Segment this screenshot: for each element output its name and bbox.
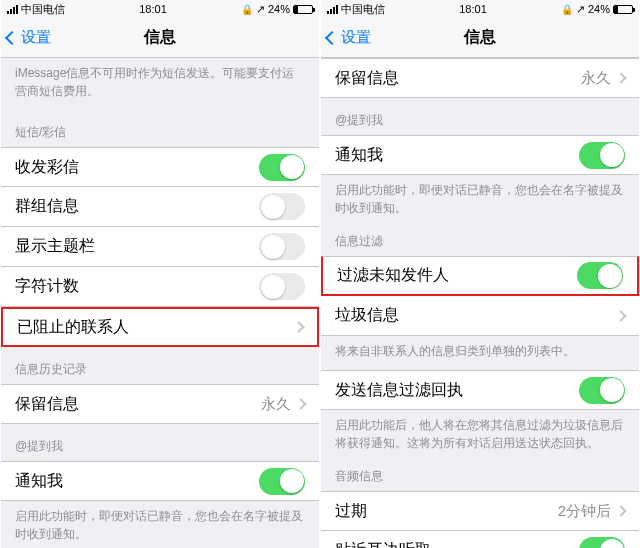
battery-icon [613,5,633,14]
chevron-right-icon [293,321,304,332]
phone-right: 中国电信 18:01 🔒 ↗ 24% 设置 信息 保留信息 永久 @提到我 通知… [321,0,639,548]
row-group[interactable]: 群组信息 [1,187,319,227]
battery-pct: 24% [588,3,610,15]
row-keep-messages[interactable]: 保留信息 永久 [1,384,319,424]
section-audio: 音频信息 [321,462,639,491]
toggle-send-receipt[interactable] [579,377,625,404]
status-bar: 中国电信 18:01 🔒 ↗ 24% [1,0,319,18]
toggle-subject[interactable] [259,233,305,260]
status-time: 18:01 [139,3,167,15]
section-filter: 信息过滤 [321,227,639,256]
notify-note: 启用此功能时，即便对话已静音，您也会在名字被提及时收到通知。 [321,175,639,227]
row-send-receipt[interactable]: 发送信息过滤回执 [321,370,639,410]
toggle-group[interactable] [259,193,305,220]
row-raise-listen[interactable]: 贴近耳边听取 [321,531,639,548]
orientation-icon: ↗ [256,3,265,16]
receipt-note: 启用此功能后，他人将在您将其信息过滤为垃圾信息后将获得通知。这将为所有对话启用送… [321,410,639,462]
toggle-mms[interactable] [259,154,305,181]
chevron-right-icon [295,398,306,409]
row-notify-me[interactable]: 通知我 [1,461,319,501]
back-button[interactable]: 设置 [327,28,371,47]
back-label: 设置 [21,28,51,47]
signal-icon [7,5,18,14]
phone-left: 中国电信 18:01 🔒 ↗ 24% 设置 信息 iMessage信息不可用时作… [1,0,319,548]
row-notify-me[interactable]: 通知我 [321,135,639,175]
imessage-note: iMessage信息不可用时作为短信发送。可能要支付运营商短信费用。 [1,58,319,110]
section-mentions: @提到我 [321,98,639,135]
lock-icon: 🔒 [241,4,253,15]
status-time: 18:01 [459,3,487,15]
back-label: 设置 [341,28,371,47]
chevron-right-icon [615,310,626,321]
row-junk[interactable]: 垃圾信息 [321,296,639,336]
section-mentions: @提到我 [1,424,319,461]
nav-bar: 设置 信息 [1,18,319,58]
notify-note: 启用此功能时，即便对话已静音，您也会在名字被提及时收到通知。 [1,501,319,548]
chevron-left-icon [5,30,19,44]
carrier: 中国电信 [341,2,385,17]
battery-pct: 24% [268,3,290,15]
row-expire[interactable]: 过期 2分钟后 [321,491,639,531]
row-filter-unknown[interactable]: 过滤未知发件人 [321,256,639,296]
lock-icon: 🔒 [561,4,573,15]
chevron-right-icon [615,72,626,83]
junk-note: 将来自非联系人的信息归类到单独的列表中。 [321,336,639,370]
orientation-icon: ↗ [576,3,585,16]
toggle-notify[interactable] [259,468,305,495]
nav-bar: 设置 信息 [321,18,639,58]
chevron-left-icon [325,30,339,44]
battery-icon [293,5,313,14]
row-keep-messages[interactable]: 保留信息 永久 [321,58,639,98]
row-subject[interactable]: 显示主题栏 [1,227,319,267]
status-bar: 中国电信 18:01 🔒 ↗ 24% [321,0,639,18]
row-mms[interactable]: 收发彩信 [1,147,319,187]
row-blocked-contacts[interactable]: 已阻止的联系人 [1,307,319,347]
row-charcount[interactable]: 字符计数 [1,267,319,307]
section-sms: 短信/彩信 [1,110,319,147]
back-button[interactable]: 设置 [7,28,51,47]
toggle-raise-listen[interactable] [579,537,625,548]
toggle-notify[interactable] [579,142,625,169]
carrier: 中国电信 [21,2,65,17]
signal-icon [327,5,338,14]
chevron-right-icon [615,505,626,516]
page-title: 信息 [144,27,176,48]
section-history: 信息历史记录 [1,347,319,384]
page-title: 信息 [464,27,496,48]
toggle-charcount[interactable] [259,273,305,300]
toggle-filter-unknown[interactable] [577,262,623,289]
